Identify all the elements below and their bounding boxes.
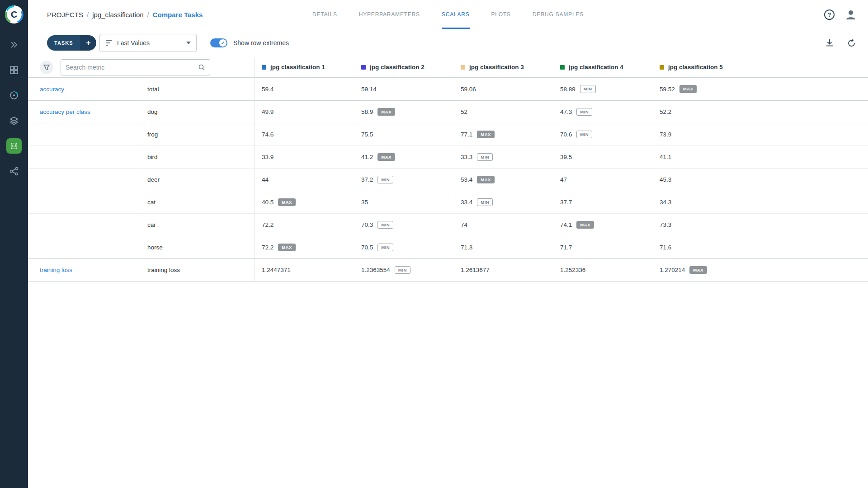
metric-value-cell: 53.4MAX [453, 169, 553, 191]
variant-label: training loss [140, 259, 255, 281]
search-input[interactable] [66, 64, 198, 71]
metric-link[interactable]: accuracy per class [40, 108, 90, 115]
column-header-task[interactable]: jpg classification 2 [354, 64, 453, 70]
add-task-button[interactable]: + [80, 35, 96, 51]
sidebar-item-projects[interactable] [0, 62, 28, 78]
metric-value-cell: 35 [354, 191, 453, 213]
variant-label: dog [140, 101, 255, 123]
metric-search-area [28, 57, 255, 77]
metric-value: 52 [461, 108, 467, 115]
metric-value: 49.9 [262, 108, 274, 115]
metric-value: 74 [461, 221, 467, 228]
min-badge: MIN [576, 108, 592, 116]
metric-value: 40.5 [262, 199, 274, 206]
table-row: frog74.675.577.1MAX70.6MIN73.9 [28, 123, 868, 145]
min-badge: MIN [395, 266, 410, 274]
top-header: PROJECTS / jpg_classification / Compare … [28, 0, 868, 29]
show-row-extremes-label: Show row extremes [233, 39, 289, 47]
metric-value: 59.52 [660, 86, 675, 93]
metric-value-cell: 58.9MAX [354, 101, 453, 123]
metric-value: 47.3 [560, 108, 572, 115]
metric-value: 70.5 [361, 244, 373, 251]
min-badge: MIN [377, 221, 393, 229]
sidebar-item-workers[interactable] [0, 88, 28, 103]
metric-value-cell: 33.4MIN [453, 191, 553, 213]
sidebar-item-getting-started[interactable] [0, 37, 28, 52]
metric-value-cell: 59.06 [453, 78, 553, 100]
refresh-button[interactable] [847, 38, 856, 48]
metric-value-cell: 52 [453, 101, 553, 123]
max-badge: MAX [377, 153, 395, 161]
filter-button[interactable] [40, 61, 53, 74]
column-header-task[interactable]: jpg classification 1 [255, 64, 354, 70]
metric-value-cell: 74.1MAX [553, 214, 652, 236]
breadcrumb-projects[interactable]: PROJECTS [47, 11, 83, 19]
breadcrumb-project[interactable]: jpg_classification [92, 11, 143, 19]
metric-value: 37.7 [560, 199, 572, 206]
values-mode-dropdown[interactable]: Last Values [99, 34, 197, 52]
sidebar-item-datasets[interactable] [0, 113, 28, 128]
tab-details[interactable]: DETAILS [312, 0, 337, 29]
column-header-task[interactable]: jpg classification 3 [453, 64, 553, 70]
metric-value-cell: 49.9 [255, 101, 354, 123]
metric-value-cell: 37.7 [553, 191, 652, 213]
clearml-logo[interactable]: C [4, 5, 24, 24]
search-icon [198, 64, 205, 71]
metric-cell [28, 169, 140, 191]
metric-value: 1.270214 [660, 267, 685, 273]
metric-value-cell: 59.14 [354, 78, 453, 100]
metric-value: 33.4 [461, 199, 472, 206]
sidebar-item-pipelines[interactable] [0, 164, 28, 179]
column-header-task[interactable]: jpg classification 5 [652, 64, 868, 70]
header-actions: ? [824, 0, 857, 29]
metric-value: 73.9 [660, 131, 671, 138]
variant-label: horse [140, 236, 255, 258]
metric-value-cell: 72.2MAX [255, 236, 354, 258]
metric-cell [28, 191, 140, 213]
metric-value: 71.7 [560, 244, 572, 251]
column-header-label: jpg classification 3 [469, 64, 524, 70]
min-badge: MIN [477, 198, 493, 206]
metric-value-cell: 58.89MIN [553, 78, 652, 100]
tab-debug-samples[interactable]: DEBUG SAMPLES [533, 0, 584, 29]
table-row: accuracy per classdog49.958.9MAX5247.3MI… [28, 100, 868, 123]
max-badge: MAX [278, 244, 296, 251]
max-badge: MAX [477, 176, 495, 183]
row-extremes-toggle-group: ✓ Show row extremes [210, 38, 289, 47]
double-chevron-icon [9, 40, 19, 50]
column-header-task[interactable]: jpg classification 4 [553, 64, 652, 70]
sidebar-item-experiments-active[interactable] [0, 138, 28, 154]
tasks-button-label: TASKS [47, 35, 80, 51]
series-color-swatch [461, 65, 465, 70]
download-button[interactable] [825, 38, 834, 47]
variant-label: cat [140, 191, 255, 213]
help-icon[interactable]: ? [824, 9, 835, 20]
table-row: accuracytotal59.459.1459.0658.89MIN59.52… [28, 78, 868, 100]
metric-link[interactable]: accuracy [40, 86, 64, 93]
metric-value: 72.2 [262, 221, 274, 228]
variant-label: car [140, 214, 255, 236]
show-row-extremes-toggle[interactable]: ✓ [210, 38, 227, 47]
metric-value: 72.2 [262, 244, 274, 251]
table-row: horse72.2MAX70.5MIN71.371.771.6 [28, 236, 868, 258]
metric-value-cell: 45.3 [652, 169, 868, 191]
metric-link[interactable]: training loss [40, 267, 72, 273]
metric-value-cell: 59.52MAX [652, 78, 868, 100]
person-icon [844, 8, 857, 21]
table-row: bird33.941.2MAX33.3MIN39.541.1 [28, 145, 868, 168]
tab-plots[interactable]: PLOTS [491, 0, 511, 29]
metric-value: 74.1 [560, 221, 572, 228]
min-badge: MIN [477, 153, 493, 161]
tab-scalars[interactable]: SCALARS [442, 0, 470, 29]
metric-value: 73.3 [660, 221, 671, 228]
tasks-button[interactable]: TASKS + [47, 35, 96, 51]
variant-label: bird [140, 146, 255, 168]
metric-value: 59.06 [461, 86, 476, 93]
metric-value: 1.2613677 [461, 267, 490, 273]
toggle-knob: ✓ [219, 39, 226, 47]
tab-hyperparameters[interactable]: HYPERPARAMETERS [359, 0, 420, 29]
max-badge: MAX [278, 198, 296, 206]
table-row: car72.270.3MIN7474.1MAX73.3 [28, 213, 868, 236]
user-avatar[interactable] [844, 8, 857, 21]
filter-icon [43, 64, 50, 70]
